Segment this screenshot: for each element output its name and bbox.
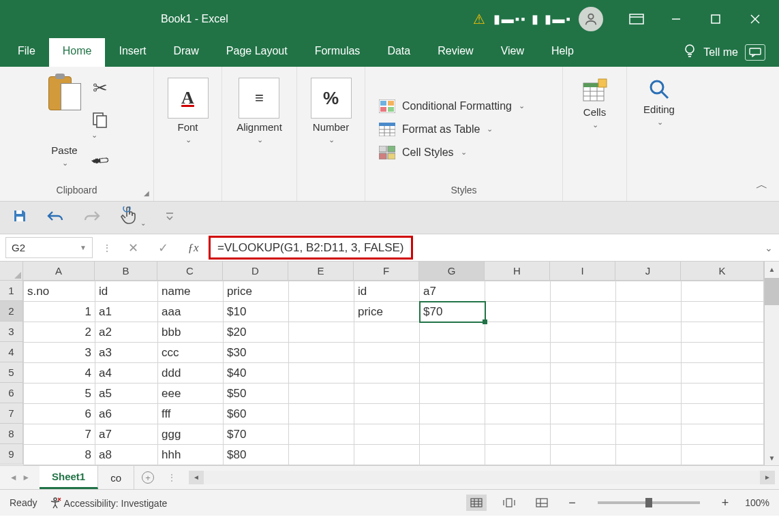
- paste-button[interactable]: Paste: [44, 117, 84, 170]
- row-header-9[interactable]: 9: [0, 444, 23, 465]
- cells-group-button[interactable]: Cells: [575, 75, 615, 132]
- col-header-i[interactable]: I: [550, 262, 615, 281]
- cell[interactable]: [354, 404, 420, 424]
- tab-review[interactable]: Review: [424, 38, 487, 67]
- cell[interactable]: 2: [24, 322, 95, 343]
- col-header-f[interactable]: F: [354, 262, 419, 281]
- row-header-8[interactable]: 8: [0, 424, 23, 444]
- cell[interactable]: [420, 424, 485, 445]
- cell[interactable]: [551, 363, 616, 384]
- zoom-level[interactable]: 100%: [745, 497, 769, 508]
- cancel-formula-button[interactable]: ✕: [119, 234, 149, 261]
- row-header-5[interactable]: 5: [0, 362, 23, 383]
- sheet-tab-co[interactable]: co: [98, 466, 134, 489]
- cell[interactable]: [289, 424, 354, 445]
- tab-help[interactable]: Help: [538, 38, 587, 67]
- undo-button[interactable]: [46, 209, 64, 226]
- cell[interactable]: [289, 384, 354, 404]
- cell[interactable]: $20: [224, 322, 289, 343]
- col-header-h[interactable]: H: [485, 262, 550, 281]
- cell[interactable]: $60: [224, 404, 289, 424]
- tell-me-button[interactable]: Tell me: [703, 46, 738, 59]
- select-all-button[interactable]: [0, 262, 23, 281]
- font-group-button[interactable]: AFont: [161, 75, 215, 147]
- touch-mode-button[interactable]: ⌄: [120, 206, 146, 229]
- row-header-2[interactable]: 2: [0, 301, 23, 322]
- row-header-6[interactable]: 6: [0, 383, 23, 403]
- col-header-b[interactable]: B: [95, 262, 157, 281]
- cell[interactable]: [682, 384, 764, 404]
- col-header-j[interactable]: J: [615, 262, 681, 281]
- cell-styles-button[interactable]: Cell Styles⌄: [379, 146, 467, 159]
- cell[interactable]: 7: [24, 424, 95, 445]
- cell[interactable]: [616, 343, 682, 363]
- user-avatar[interactable]: [579, 7, 603, 31]
- row-header-4[interactable]: 4: [0, 342, 23, 362]
- formula-input[interactable]: =VLOOKUP(G1, B2:D11, 3, FALSE): [209, 236, 413, 260]
- cell[interactable]: a6: [95, 404, 158, 424]
- cell[interactable]: [289, 363, 354, 384]
- cell[interactable]: [551, 424, 616, 445]
- qat-customize-button[interactable]: [165, 211, 174, 224]
- collapse-ribbon-button[interactable]: ︿: [756, 176, 768, 193]
- view-page-layout-button[interactable]: [499, 495, 519, 511]
- tab-file[interactable]: File: [4, 38, 49, 67]
- cell[interactable]: ccc: [158, 343, 224, 363]
- cell[interactable]: [420, 343, 485, 363]
- cell[interactable]: $10: [224, 302, 289, 322]
- cell[interactable]: price: [354, 302, 420, 322]
- cell[interactable]: eee: [158, 384, 224, 404]
- cell[interactable]: a3: [95, 343, 158, 363]
- cell[interactable]: [616, 424, 682, 445]
- scroll-up-icon[interactable]: ▲: [765, 262, 779, 277]
- horizontal-scrollbar[interactable]: ◄ ►: [189, 471, 775, 484]
- name-box-resize-handle[interactable]: ⋮: [95, 234, 119, 261]
- cell[interactable]: s.no: [24, 281, 95, 302]
- scroll-right-icon[interactable]: ►: [760, 471, 775, 484]
- cell[interactable]: [289, 343, 354, 363]
- cell-selected[interactable]: $70: [420, 302, 485, 322]
- tab-page-layout[interactable]: Page Layout: [213, 38, 301, 67]
- alignment-group-button[interactable]: ≡Alignment: [230, 75, 289, 147]
- cell[interactable]: [551, 322, 616, 343]
- cell[interactable]: $40: [224, 363, 289, 384]
- sheet-nav-buttons[interactable]: ◄ ►: [0, 466, 40, 489]
- cell[interactable]: [485, 281, 551, 302]
- cell[interactable]: 4: [24, 363, 95, 384]
- cell[interactable]: $50: [224, 384, 289, 404]
- cell[interactable]: $30: [224, 343, 289, 363]
- cell[interactable]: [420, 445, 485, 465]
- cell[interactable]: [616, 445, 682, 465]
- spreadsheet-grid[interactable]: s.no id name price id a7 1 a1 aaa $10 pr…: [23, 281, 764, 465]
- cell[interactable]: [354, 424, 420, 445]
- scroll-down-icon[interactable]: ▼: [765, 450, 779, 465]
- col-header-e[interactable]: E: [288, 262, 354, 281]
- cell[interactable]: [682, 404, 764, 424]
- cell[interactable]: name: [158, 281, 224, 302]
- scroll-thumb[interactable]: [765, 278, 779, 305]
- cell[interactable]: [551, 343, 616, 363]
- format-as-table-button[interactable]: Format as Table⌄: [379, 123, 493, 136]
- ribbon-display-button[interactable]: [617, 0, 656, 38]
- cell[interactable]: 6: [24, 404, 95, 424]
- cell[interactable]: fff: [158, 404, 224, 424]
- cell[interactable]: [682, 363, 764, 384]
- conditional-formatting-button[interactable]: Conditional Formatting⌄: [379, 99, 525, 113]
- cell[interactable]: [616, 363, 682, 384]
- zoom-out-button[interactable]: −: [564, 496, 580, 510]
- tab-scroll-grip[interactable]: ⋮: [162, 472, 185, 483]
- tab-formulas[interactable]: Formulas: [301, 38, 374, 67]
- cell[interactable]: 8: [24, 445, 95, 465]
- cell[interactable]: ddd: [158, 363, 224, 384]
- cell[interactable]: [420, 404, 485, 424]
- cell[interactable]: [551, 384, 616, 404]
- cell[interactable]: a7: [420, 281, 485, 302]
- tab-home[interactable]: Home: [49, 38, 106, 67]
- cell[interactable]: [289, 322, 354, 343]
- cell[interactable]: a1: [95, 302, 158, 322]
- col-header-k[interactable]: K: [681, 262, 764, 281]
- cell[interactable]: [682, 302, 764, 322]
- col-header-d[interactable]: D: [223, 262, 288, 281]
- accessibility-status[interactable]: Accessibility: Investigate: [49, 497, 167, 509]
- cell[interactable]: [485, 302, 551, 322]
